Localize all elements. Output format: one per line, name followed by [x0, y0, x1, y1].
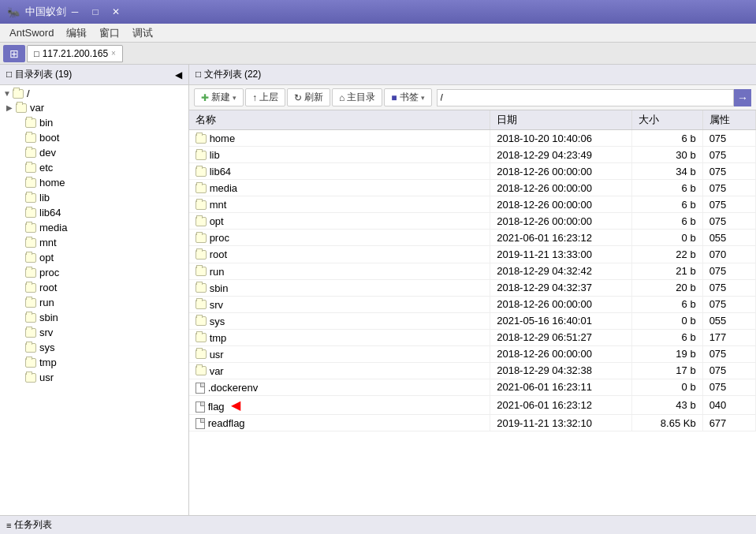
tab-close-icon[interactable]: ×	[111, 49, 116, 58]
table-row[interactable]: tmp2018-12-29 06:51:276 b177	[189, 329, 756, 345]
tree-item-var[interactable]: ▶ var	[0, 100, 188, 115]
tree-root-item[interactable]: ▼ /	[0, 87, 188, 100]
tree-item-tmp[interactable]: tmp	[0, 355, 188, 370]
close-button[interactable]: ✕	[107, 5, 125, 19]
media-expand-arrow	[16, 223, 24, 232]
tree-item-bin[interactable]: bin	[0, 115, 188, 130]
file-date-cell: 2018-12-26 00:00:00	[490, 196, 632, 213]
new-dropdown-arrow[interactable]: ▾	[233, 94, 236, 102]
srv-label: srv	[39, 327, 53, 338]
tree-item-dev[interactable]: dev	[0, 145, 188, 160]
path-input[interactable]	[437, 89, 735, 106]
file-table: 名称 日期 大小 属性 home2018-10-20 10:40:066 b07…	[189, 110, 756, 431]
tmp-folder-icon	[25, 358, 36, 368]
file-name-cell: mnt	[189, 196, 490, 213]
file-attr-cell: 040	[702, 396, 755, 415]
bin-label: bin	[39, 117, 53, 129]
sys-expand-arrow	[16, 343, 24, 352]
tree-item-sbin[interactable]: sbin	[0, 310, 188, 325]
file-attr-cell: 075	[702, 279, 755, 296]
tree-item-sys[interactable]: sys	[0, 340, 188, 355]
file-size-cell: 19 b	[631, 345, 702, 362]
collapse-icon[interactable]: ◀	[175, 69, 182, 80]
file-attr-cell: 055	[702, 312, 755, 329]
table-row[interactable]: lib2018-12-29 04:23:4930 b075	[189, 147, 756, 163]
home-icon: ⊞	[9, 47, 19, 60]
table-row[interactable]: flag◀2021-06-01 16:23:1243 b040	[189, 396, 756, 415]
file-name-cell: var	[189, 362, 490, 379]
table-row[interactable]: lib642018-12-26 00:00:0034 b075	[189, 163, 756, 180]
file-date-cell: 2018-12-26 00:00:00	[490, 345, 632, 362]
up-label: 上层	[259, 91, 278, 104]
new-icon: ✚	[201, 92, 209, 103]
bookmark-icon: ■	[391, 92, 397, 103]
tree-item-srv[interactable]: srv	[0, 325, 188, 340]
tree-item-lib64[interactable]: lib64	[0, 205, 188, 220]
table-row[interactable]: run2018-12-29 04:32:4221 b075	[189, 263, 756, 279]
file-name-cell: root	[189, 246, 490, 263]
etc-label: etc	[39, 162, 53, 174]
folder-icon	[196, 184, 207, 193]
table-row[interactable]: readflag2019-11-21 13:32:108.65 Kb677	[189, 415, 756, 431]
file-date-cell: 2018-12-26 00:00:00	[490, 296, 632, 312]
menu-item-AntSword[interactable]: AntSword	[3, 25, 60, 40]
table-row[interactable]: sbin2018-12-29 04:32:3720 b075	[189, 279, 756, 296]
tree-item-mnt[interactable]: mnt	[0, 235, 188, 250]
red-arrow-icon: ◀	[231, 398, 240, 413]
new-button[interactable]: ✚ 新建 ▾	[194, 88, 244, 106]
minimize-button[interactable]: ─	[66, 5, 84, 19]
opt-expand-arrow	[16, 253, 24, 262]
maximize-button[interactable]: □	[87, 5, 104, 19]
bookmark-button[interactable]: ■ 书签 ▾	[384, 88, 431, 106]
table-row[interactable]: usr2018-12-26 00:00:0019 b075	[189, 345, 756, 362]
home-button[interactable]: ⌂ 主目录	[332, 88, 382, 106]
file-size-cell: 20 b	[631, 279, 702, 296]
bookmark-dropdown-arrow[interactable]: ▾	[421, 94, 425, 102]
tree-item-root[interactable]: root	[0, 280, 188, 295]
file-name-text: .dockerenv	[208, 382, 259, 394]
tree-item-home[interactable]: home	[0, 175, 188, 190]
home-tab-icon[interactable]: ⊞	[3, 45, 25, 62]
path-go-button[interactable]: →	[734, 89, 751, 106]
menu-item-调试[interactable]: 调试	[126, 24, 159, 42]
tree-item-proc[interactable]: proc	[0, 265, 188, 280]
file-table-container[interactable]: 名称 日期 大小 属性 home2018-10-20 10:40:066 b07…	[189, 110, 756, 515]
file-name-text: opt	[210, 215, 224, 227]
table-row[interactable]: var2018-12-29 04:32:3817 b075	[189, 362, 756, 379]
file-name-cell: tmp	[189, 329, 490, 345]
table-row[interactable]: sys2021-05-16 16:40:010 b055	[189, 312, 756, 329]
file-size-cell: 0 b	[631, 230, 702, 246]
file-date-cell: 2021-06-01 16:23:12	[490, 230, 632, 246]
file-name-cell: proc	[189, 230, 490, 246]
table-row[interactable]: mnt2018-12-26 00:00:006 b075	[189, 196, 756, 213]
tree-item-lib[interactable]: lib	[0, 190, 188, 205]
toolbar: ✚ 新建 ▾ ↑ 上层 ↻ 刷新 ⌂ 主目录 ■ 书签 ▾	[189, 85, 756, 110]
tree-container[interactable]: ▼ / ▶ var bin boot dev etc home	[0, 85, 188, 515]
table-row[interactable]: home2018-10-20 10:40:066 b075	[189, 130, 756, 147]
tree-item-opt[interactable]: opt	[0, 250, 188, 265]
file-name-cell: .dockerenv	[189, 379, 490, 395]
menu-item-编辑[interactable]: 编辑	[60, 24, 93, 42]
file-date-cell: 2021-06-01 16:23:11	[490, 379, 632, 395]
refresh-button[interactable]: ↻ 刷新	[287, 88, 330, 106]
table-row[interactable]: media2018-12-26 00:00:006 b075	[189, 180, 756, 196]
table-row[interactable]: proc2021-06-01 16:23:120 b055	[189, 230, 756, 246]
tree-item-usr[interactable]: usr	[0, 370, 188, 385]
tree-item-run[interactable]: run	[0, 295, 188, 310]
table-row[interactable]: srv2018-12-26 00:00:006 b075	[189, 296, 756, 312]
server-tab[interactable]: □ 117.21.200.165 ×	[27, 45, 123, 62]
file-attr-cell: 177	[702, 329, 755, 345]
table-row[interactable]: opt2018-12-26 00:00:006 b075	[189, 213, 756, 230]
file-date-cell: 2018-12-26 00:00:00	[490, 213, 632, 230]
file-name-text: home	[210, 133, 236, 144]
tree-item-media[interactable]: media	[0, 220, 188, 235]
tree-item-etc[interactable]: etc	[0, 160, 188, 175]
tree-item-boot[interactable]: boot	[0, 130, 188, 145]
table-row[interactable]: root2019-11-21 13:33:0022 b070	[189, 246, 756, 263]
bin-expand-arrow	[16, 118, 24, 127]
menu-item-窗口[interactable]: 窗口	[93, 24, 126, 42]
up-button[interactable]: ↑ 上层	[245, 88, 285, 106]
table-row[interactable]: .dockerenv2021-06-01 16:23:110 b075	[189, 379, 756, 395]
file-attr-cell: 075	[702, 196, 755, 213]
run-expand-arrow	[16, 298, 24, 307]
